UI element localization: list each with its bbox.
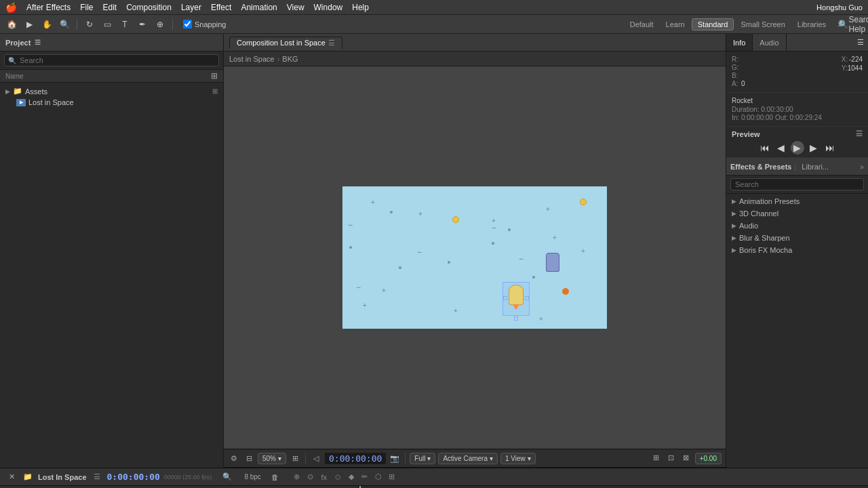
viewer-expand[interactable]: ⊠	[680, 453, 692, 464]
menu-effect[interactable]: Effect	[211, 3, 231, 12]
breadcrumb-item-1[interactable]: Lost in Space	[229, 55, 275, 63]
effects-3d-channel[interactable]: ▶ 3D Channel	[726, 207, 868, 220]
project-item-lost-in-space[interactable]: ▶ Lost in Space	[0, 97, 223, 108]
viewer-snapshot[interactable]: 📷	[389, 453, 401, 464]
pen-tool[interactable]: ✒	[135, 18, 150, 31]
menu-bar: 🍎 After Effects File Edit Composition La…	[0, 0, 868, 15]
puppet-tool[interactable]: ⊕	[153, 18, 167, 31]
right-tab-menu-icon[interactable]: ☰	[857, 38, 864, 47]
menu-help[interactable]: Help	[352, 3, 369, 12]
menu-composition[interactable]: Composition	[126, 3, 172, 12]
viewer-timecode[interactable]: 0:00:00:00	[325, 453, 386, 464]
g-label: G:	[732, 64, 741, 71]
workspace-default[interactable]: Default	[625, 19, 659, 30]
viewer-snap[interactable]: ⊡	[665, 453, 677, 464]
menu-edit[interactable]: Edit	[102, 3, 117, 12]
rect-tool[interactable]: ▭	[100, 18, 115, 31]
apple-menu[interactable]: 🍎	[5, 2, 17, 13]
tl-draw[interactable]: ✏	[359, 472, 371, 483]
home-btn[interactable]: 🏠	[4, 18, 19, 31]
viewer-settings[interactable]: ⚙	[228, 453, 240, 464]
tl-keyframe[interactable]: ◆	[345, 472, 357, 483]
effects-animation-presets[interactable]: ▶ Animation Presets	[726, 195, 868, 207]
preview-skip-fwd[interactable]: ⏭	[823, 141, 837, 155]
tab-info[interactable]: Info	[726, 34, 753, 51]
viewer-quality[interactable]: Full ▾	[410, 453, 435, 464]
viewer-plus[interactable]: +0.00	[695, 453, 722, 464]
tab-audio[interactable]: Audio	[753, 34, 786, 51]
text-tool[interactable]: T	[117, 18, 132, 31]
libraries-tab[interactable]: Librari...	[799, 163, 831, 171]
comp-tabs: Composition Lost in Space ☰	[224, 34, 726, 52]
snapping-checkbox[interactable]	[183, 20, 192, 28]
menu-view[interactable]: View	[287, 3, 304, 12]
viewer-zoom-select[interactable]: 50% ▾	[258, 453, 286, 464]
tl-mask[interactable]: ⬡	[372, 472, 384, 483]
viewer-grid[interactable]: ⊞	[650, 453, 663, 464]
project-menu-icon[interactable]: ☰	[35, 39, 41, 46]
effects-boris-fx[interactable]: ▶ Boris FX Mocha	[726, 244, 868, 256]
search-help-btn[interactable]: 🔍 Search Help	[849, 18, 864, 31]
preview-step-back[interactable]: ◀	[774, 141, 788, 155]
anim-chevron: ▶	[732, 198, 736, 205]
tl-grab[interactable]: ⊞	[386, 472, 398, 483]
folder-count-icon: ⊞	[212, 87, 218, 95]
viewer-zoom-in[interactable]: ⊞	[289, 453, 301, 464]
deco-plus-11: +	[539, 315, 543, 323]
deco-plus-5: +	[553, 234, 557, 241]
preview-menu[interactable]: ☰	[856, 129, 863, 138]
tl-add-layer[interactable]: ⊕	[291, 472, 303, 483]
zoom-tool[interactable]: 🔍	[57, 18, 72, 31]
comp-tab-main[interactable]: Composition Lost in Space ☰	[229, 37, 342, 49]
quality-value: Full	[414, 455, 425, 462]
tl-fx[interactable]: fx	[318, 472, 330, 483]
menu-window[interactable]: Window	[314, 3, 343, 12]
tl-motion[interactable]: ◇	[332, 472, 344, 483]
folder-icon: 📁	[13, 87, 22, 96]
viewer-prev-frame[interactable]: ◁	[310, 453, 322, 464]
project-items: ▶ 📁 Assets ⊞ ▶ Lost in Space	[0, 83, 223, 468]
deco-plus-10: +	[454, 307, 458, 314]
menu-file[interactable]: File	[80, 3, 93, 12]
breadcrumb-item-2[interactable]: BKG	[282, 55, 298, 63]
workspace-libraries[interactable]: Libraries	[792, 19, 831, 30]
tl-settings-icon[interactable]: ☰	[91, 472, 103, 483]
effects-search-input[interactable]	[730, 178, 864, 190]
viewer-zoom-out[interactable]: ⊟	[243, 453, 255, 464]
deco-minus-2: −	[417, 247, 422, 257]
project-folder-assets[interactable]: ▶ 📁 Assets ⊞	[0, 85, 223, 97]
right-tab-icons: ☰	[853, 38, 868, 47]
tl-comp-name: Lost In Space	[38, 473, 87, 481]
menu-animation[interactable]: Animation	[241, 3, 277, 12]
tl-search-icon[interactable]: 🔍	[221, 472, 233, 483]
preview-title: Preview	[732, 130, 760, 138]
comp-tab-menu[interactable]: ☰	[328, 39, 335, 47]
vc-sep-1	[305, 453, 306, 464]
project-col-btn[interactable]: ⊞	[211, 71, 218, 81]
composition-viewer[interactable]: + − + − + + + + − − + + + + + −	[224, 66, 726, 449]
deco-minus-3: −	[519, 254, 524, 264]
workspace-learn[interactable]: Learn	[660, 19, 690, 30]
workspace-small-screen[interactable]: Small Screen	[735, 19, 790, 30]
effects-expand-icon[interactable]: »	[860, 163, 864, 171]
workspace-standard[interactable]: Standard	[692, 18, 734, 30]
effects-audio[interactable]: ▶ Audio	[726, 220, 868, 232]
preview-step-fwd[interactable]: ▶	[807, 141, 821, 155]
tl-folder[interactable]: 📁	[22, 472, 34, 483]
preview-play[interactable]: ▶	[791, 141, 804, 155]
menu-layer[interactable]: Layer	[181, 3, 201, 12]
viewer-camera[interactable]: Active Camera ▾	[438, 453, 498, 464]
project-search-input[interactable]	[4, 54, 219, 66]
tl-close[interactable]: ✕	[5, 472, 18, 483]
tl-trash[interactable]: 🗑	[269, 472, 281, 483]
hand-tool[interactable]: ✋	[39, 18, 54, 31]
yellow-dot-2	[580, 199, 587, 205]
effects-blur-sharpen[interactable]: ▶ Blur & Sharpen	[726, 232, 868, 244]
preview-skip-back[interactable]: ⏮	[758, 141, 772, 155]
tl-solo[interactable]: ⊙	[304, 472, 317, 483]
select-tool[interactable]: ▶	[22, 18, 37, 31]
viewer-views[interactable]: 1 View ▾	[500, 453, 536, 464]
tl-timecode[interactable]: 0:00:00:00	[107, 472, 160, 482]
rotation-tool[interactable]: ↻	[82, 18, 97, 31]
menu-after-effects[interactable]: After Effects	[26, 3, 71, 12]
